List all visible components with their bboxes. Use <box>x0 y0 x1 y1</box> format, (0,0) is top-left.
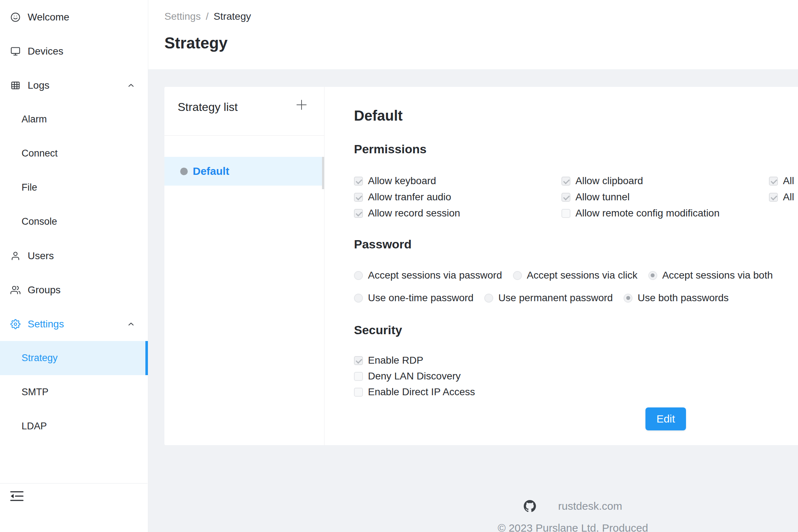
radio-label: Use both passwords <box>638 292 729 304</box>
sidebar-item-label: Groups <box>28 284 61 296</box>
sidebar-item-console[interactable]: Console <box>0 205 148 239</box>
radio-icon[interactable] <box>354 271 363 280</box>
permissions-grid: Allow keyboard Allow clipboard All Allow… <box>354 175 798 219</box>
permission-allow-tunnel[interactable]: Allow tunnel <box>561 191 769 203</box>
breadcrumb-current: Strategy <box>214 10 251 23</box>
permission-truncated-2[interactable]: All <box>769 191 798 203</box>
radio-label: Accept sessions via password <box>368 270 502 281</box>
sidebar-item-file[interactable]: File <box>0 171 148 205</box>
sidebar-item-users[interactable]: Users <box>0 239 148 273</box>
collapse-sidebar-icon[interactable] <box>9 489 24 503</box>
password-accept-group: Accept sessions via password Accept sess… <box>354 269 798 281</box>
radio-permanent-password[interactable]: Use permanent password <box>484 292 613 304</box>
checkbox-label: All <box>783 191 794 203</box>
strategy-list-header: Strategy list <box>164 87 324 136</box>
sidebar-item-logs[interactable]: Logs <box>0 68 148 102</box>
sidebar-item-label: Console <box>22 216 57 227</box>
checkbox-label: Allow clipboard <box>575 175 643 187</box>
checkbox-icon[interactable] <box>354 193 363 202</box>
sidebar-item-ldap[interactable]: LDAP <box>0 409 148 443</box>
breadcrumb-separator: / <box>206 10 209 23</box>
scrollbar-thumb[interactable] <box>322 157 324 189</box>
radio-icon[interactable] <box>648 271 657 280</box>
sidebar-item-label: Settings <box>28 318 64 330</box>
permission-allow-clipboard[interactable]: Allow clipboard <box>561 175 769 187</box>
footer-link[interactable]: rustdesk.com <box>558 500 622 512</box>
strategy-detail-panel: Default Permissions Allow keyboard Allow… <box>325 87 798 445</box>
checkbox-icon[interactable] <box>354 388 363 397</box>
sidebar-item-welcome[interactable]: Welcome <box>0 0 148 34</box>
radio-icon[interactable] <box>513 271 522 280</box>
github-icon[interactable] <box>524 500 536 512</box>
radio-icon[interactable] <box>484 294 493 303</box>
list-item[interactable]: Default <box>164 157 324 186</box>
sidebar-item-label: LDAP <box>22 421 47 432</box>
table-icon <box>10 80 21 91</box>
checkbox-label: Deny LAN Discovery <box>368 370 461 382</box>
checkbox-icon[interactable] <box>354 177 363 186</box>
radio-label: Accept sessions via click <box>527 270 638 281</box>
radio-accept-via-password[interactable]: Accept sessions via password <box>354 270 502 281</box>
permission-allow-remote-config[interactable]: Allow remote config modification <box>561 207 769 219</box>
sidebar-item-alarm[interactable]: Alarm <box>0 102 148 136</box>
radio-both-passwords[interactable]: Use both passwords <box>624 292 729 304</box>
checkbox-icon[interactable] <box>561 209 570 218</box>
breadcrumb: Settings / Strategy <box>164 10 798 23</box>
page-footer: rustdesk.com © 2023 Purslane Ltd. Produc… <box>148 500 798 532</box>
main-content: Settings / Strategy Strategy Strategy li… <box>148 0 798 532</box>
checkbox-icon[interactable] <box>354 356 363 365</box>
radio-label: Use one-time password <box>368 292 473 304</box>
radio-icon[interactable] <box>354 294 363 303</box>
checkbox-icon[interactable] <box>769 177 778 186</box>
radio-icon[interactable] <box>624 294 633 303</box>
users-icon <box>10 285 21 295</box>
radio-accept-via-click[interactable]: Accept sessions via click <box>513 270 638 281</box>
checkbox-label: Allow tranfer audio <box>368 191 451 203</box>
security-deny-lan-discovery[interactable]: Deny LAN Discovery <box>354 370 798 382</box>
checkbox-label: All <box>783 175 794 187</box>
user-icon <box>10 251 21 261</box>
sidebar-item-smtp[interactable]: SMTP <box>0 375 148 409</box>
checkbox-icon[interactable] <box>354 372 363 381</box>
sidebar-item-devices[interactable]: Devices <box>0 34 148 68</box>
radio-accept-via-both[interactable]: Accept sessions via both <box>648 270 773 281</box>
permission-allow-transfer-audio[interactable]: Allow tranfer audio <box>354 191 561 203</box>
strategy-list-items: Default <box>164 136 324 186</box>
security-enable-rdp[interactable]: Enable RDP <box>354 355 798 366</box>
chevron-up-icon[interactable] <box>127 81 135 90</box>
gear-icon <box>10 319 21 330</box>
checkbox-label: Allow record session <box>368 207 460 219</box>
radio-one-time-password[interactable]: Use one-time password <box>354 292 473 304</box>
checkbox-icon[interactable] <box>561 177 570 186</box>
permission-allow-record-session[interactable]: Allow record session <box>354 207 561 219</box>
security-heading: Security <box>354 323 798 337</box>
sidebar-item-strategy[interactable]: Strategy <box>0 341 148 375</box>
sidebar-item-label: SMTP <box>22 387 48 398</box>
breadcrumb-parent[interactable]: Settings <box>164 10 201 23</box>
checkbox-icon[interactable] <box>769 193 778 202</box>
sidebar-item-groups[interactable]: Groups <box>0 273 148 307</box>
sidebar-item-settings[interactable]: Settings <box>0 307 148 341</box>
edit-button[interactable]: Edit <box>645 407 686 430</box>
security-enable-direct-ip[interactable]: Enable Direct IP Access <box>354 386 798 398</box>
sidebar-item-label: Logs <box>28 80 50 91</box>
footer-link-row: rustdesk.com <box>524 500 622 512</box>
checkbox-icon[interactable] <box>354 209 363 218</box>
permission-allow-keyboard[interactable]: Allow keyboard <box>354 175 561 187</box>
permissions-heading: Permissions <box>354 142 798 156</box>
sidebar: Welcome Devices Logs Alarm Connect File … <box>0 0 148 532</box>
permission-truncated-1[interactable]: All <box>769 175 798 187</box>
checkbox-label: Enable RDP <box>368 355 423 366</box>
smiley-icon <box>10 12 21 23</box>
checkbox-icon[interactable] <box>561 193 570 202</box>
sidebar-item-label: Users <box>28 250 54 262</box>
chevron-up-icon[interactable] <box>127 320 135 328</box>
checkbox-label: Enable Direct IP Access <box>368 386 475 398</box>
sidebar-item-connect[interactable]: Connect <box>0 136 148 171</box>
sidebar-item-label: Devices <box>28 46 64 57</box>
add-strategy-button[interactable] <box>295 98 308 111</box>
footer-copyright: © 2023 Purslane Ltd. Produced <box>498 522 648 532</box>
page-header: Settings / Strategy Strategy <box>148 0 798 69</box>
strategy-card: Strategy list Default Default Permission… <box>164 87 798 445</box>
checkbox-label: Allow tunnel <box>575 191 630 203</box>
